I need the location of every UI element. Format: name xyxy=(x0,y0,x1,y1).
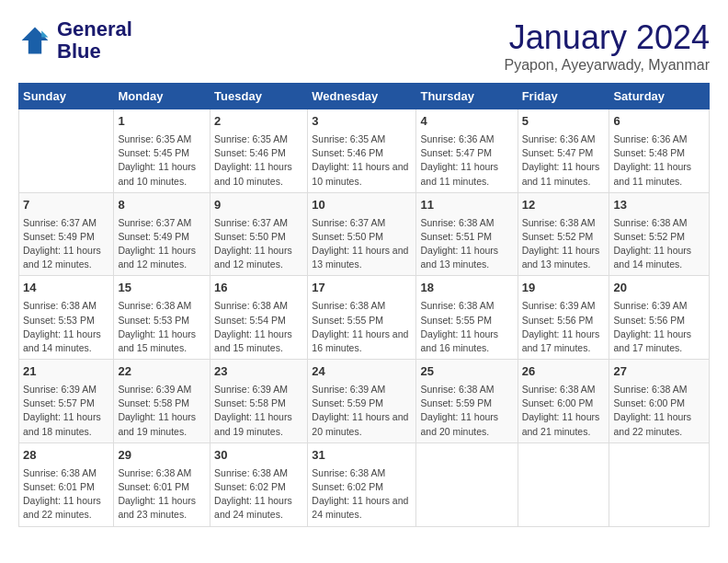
day-number: 2 xyxy=(214,113,303,131)
day-number: 28 xyxy=(23,447,109,465)
calendar-cell: 29Sunrise: 6:38 AMSunset: 6:01 PMDayligh… xyxy=(114,442,210,526)
calendar-cell: 9Sunrise: 6:37 AMSunset: 5:50 PMDaylight… xyxy=(210,192,308,276)
day-detail: Sunrise: 6:39 AMSunset: 5:56 PMDaylight:… xyxy=(522,299,606,355)
day-number: 29 xyxy=(118,447,206,465)
calendar-cell: 23Sunrise: 6:39 AMSunset: 5:58 PMDayligh… xyxy=(210,360,308,443)
calendar-cell: 31Sunrise: 6:38 AMSunset: 6:02 PMDayligh… xyxy=(308,442,416,526)
day-detail: Sunrise: 6:38 AMSunset: 5:52 PMDaylight:… xyxy=(613,216,705,272)
calendar-cell: 15Sunrise: 6:38 AMSunset: 5:53 PMDayligh… xyxy=(114,276,210,360)
calendar-cell xyxy=(19,109,114,193)
day-number: 24 xyxy=(312,363,412,381)
logo: General Blue xyxy=(18,18,132,63)
title-block: January 2024 Pyapon, Ayeyarwady, Myanmar xyxy=(504,18,710,74)
calendar-cell: 4Sunrise: 6:36 AMSunset: 5:47 PMDaylight… xyxy=(416,109,518,193)
week-row-5: 28Sunrise: 6:38 AMSunset: 6:01 PMDayligh… xyxy=(19,442,710,526)
calendar-cell: 11Sunrise: 6:38 AMSunset: 5:51 PMDayligh… xyxy=(416,192,518,276)
day-number: 14 xyxy=(23,280,109,297)
calendar-cell: 10Sunrise: 6:37 AMSunset: 5:50 PMDayligh… xyxy=(308,192,416,276)
day-number: 26 xyxy=(522,363,606,381)
day-header-saturday: Saturday xyxy=(609,84,710,109)
day-number: 20 xyxy=(613,280,705,297)
calendar-cell: 13Sunrise: 6:38 AMSunset: 5:52 PMDayligh… xyxy=(609,192,710,276)
day-header-wednesday: Wednesday xyxy=(308,84,416,109)
day-detail: Sunrise: 6:38 AMSunset: 5:52 PMDaylight:… xyxy=(522,216,606,272)
calendar-cell: 18Sunrise: 6:38 AMSunset: 5:55 PMDayligh… xyxy=(416,276,518,360)
day-detail: Sunrise: 6:37 AMSunset: 5:50 PMDaylight:… xyxy=(312,216,412,272)
main-title: January 2024 xyxy=(504,18,710,57)
day-header-friday: Friday xyxy=(518,84,609,109)
day-number: 18 xyxy=(420,280,513,297)
calendar-cell xyxy=(518,442,609,526)
day-number: 31 xyxy=(312,447,412,465)
day-detail: Sunrise: 6:38 AMSunset: 5:53 PMDaylight:… xyxy=(118,299,206,355)
svg-marker-1 xyxy=(41,30,48,37)
day-detail: Sunrise: 6:36 AMSunset: 5:47 PMDaylight:… xyxy=(420,132,513,189)
calendar-cell: 19Sunrise: 6:39 AMSunset: 5:56 PMDayligh… xyxy=(518,276,609,360)
day-detail: Sunrise: 6:39 AMSunset: 5:59 PMDaylight:… xyxy=(312,383,412,439)
day-number: 30 xyxy=(214,447,303,465)
calendar-cell: 7Sunrise: 6:37 AMSunset: 5:49 PMDaylight… xyxy=(19,192,114,276)
day-detail: Sunrise: 6:38 AMSunset: 6:01 PMDaylight:… xyxy=(118,466,206,523)
day-number: 10 xyxy=(312,197,412,214)
day-detail: Sunrise: 6:38 AMSunset: 5:59 PMDaylight:… xyxy=(420,383,513,439)
logo-icon xyxy=(18,24,51,57)
calendar-cell xyxy=(416,442,518,526)
calendar-cell: 8Sunrise: 6:37 AMSunset: 5:49 PMDaylight… xyxy=(114,192,210,276)
day-number: 19 xyxy=(522,280,606,297)
day-detail: Sunrise: 6:38 AMSunset: 6:01 PMDaylight:… xyxy=(23,466,109,523)
calendar-cell: 1Sunrise: 6:35 AMSunset: 5:45 PMDaylight… xyxy=(114,109,210,193)
calendar-cell: 2Sunrise: 6:35 AMSunset: 5:46 PMDaylight… xyxy=(210,109,308,193)
calendar-cell: 26Sunrise: 6:38 AMSunset: 6:00 PMDayligh… xyxy=(518,360,609,443)
day-header-monday: Monday xyxy=(114,84,210,109)
day-number: 7 xyxy=(23,197,109,214)
day-detail: Sunrise: 6:38 AMSunset: 6:02 PMDaylight:… xyxy=(312,466,412,523)
calendar-header-row: SundayMondayTuesdayWednesdayThursdayFrid… xyxy=(19,84,710,109)
day-detail: Sunrise: 6:38 AMSunset: 6:00 PMDaylight:… xyxy=(613,383,705,439)
day-number: 16 xyxy=(214,280,303,297)
calendar-cell: 25Sunrise: 6:38 AMSunset: 5:59 PMDayligh… xyxy=(416,360,518,443)
day-detail: Sunrise: 6:38 AMSunset: 5:54 PMDaylight:… xyxy=(214,299,303,355)
day-detail: Sunrise: 6:39 AMSunset: 5:58 PMDaylight:… xyxy=(214,383,303,439)
calendar-cell: 5Sunrise: 6:36 AMSunset: 5:47 PMDaylight… xyxy=(518,109,609,193)
calendar-table: SundayMondayTuesdayWednesdayThursdayFrid… xyxy=(18,83,710,527)
day-number: 6 xyxy=(613,113,705,131)
week-row-2: 7Sunrise: 6:37 AMSunset: 5:49 PMDaylight… xyxy=(19,192,710,276)
calendar-cell: 21Sunrise: 6:39 AMSunset: 5:57 PMDayligh… xyxy=(19,360,114,443)
week-row-4: 21Sunrise: 6:39 AMSunset: 5:57 PMDayligh… xyxy=(19,360,710,443)
page-header: General Blue January 2024 Pyapon, Ayeyar… xyxy=(18,18,710,74)
day-detail: Sunrise: 6:37 AMSunset: 5:50 PMDaylight:… xyxy=(214,216,303,272)
day-detail: Sunrise: 6:35 AMSunset: 5:45 PMDaylight:… xyxy=(118,132,206,189)
day-number: 1 xyxy=(118,113,206,131)
day-header-thursday: Thursday xyxy=(416,84,518,109)
day-number: 27 xyxy=(613,363,705,381)
day-detail: Sunrise: 6:38 AMSunset: 6:02 PMDaylight:… xyxy=(214,466,303,523)
day-detail: Sunrise: 6:39 AMSunset: 5:58 PMDaylight:… xyxy=(118,383,206,439)
day-number: 9 xyxy=(214,197,303,214)
day-detail: Sunrise: 6:36 AMSunset: 5:48 PMDaylight:… xyxy=(613,132,705,189)
day-detail: Sunrise: 6:37 AMSunset: 5:49 PMDaylight:… xyxy=(23,216,109,272)
day-detail: Sunrise: 6:37 AMSunset: 5:49 PMDaylight:… xyxy=(118,216,206,272)
svg-marker-0 xyxy=(22,28,49,54)
day-detail: Sunrise: 6:38 AMSunset: 5:53 PMDaylight:… xyxy=(23,299,109,355)
day-number: 15 xyxy=(118,280,206,297)
logo-text: General Blue xyxy=(57,18,132,63)
day-number: 11 xyxy=(420,197,513,214)
week-row-3: 14Sunrise: 6:38 AMSunset: 5:53 PMDayligh… xyxy=(19,276,710,360)
calendar-cell: 12Sunrise: 6:38 AMSunset: 5:52 PMDayligh… xyxy=(518,192,609,276)
day-detail: Sunrise: 6:39 AMSunset: 5:57 PMDaylight:… xyxy=(23,383,109,439)
day-detail: Sunrise: 6:35 AMSunset: 5:46 PMDaylight:… xyxy=(312,132,412,189)
day-number: 23 xyxy=(214,363,303,381)
day-number: 21 xyxy=(23,363,109,381)
day-detail: Sunrise: 6:39 AMSunset: 5:56 PMDaylight:… xyxy=(613,299,705,355)
calendar-cell: 14Sunrise: 6:38 AMSunset: 5:53 PMDayligh… xyxy=(19,276,114,360)
day-number: 12 xyxy=(522,197,606,214)
day-detail: Sunrise: 6:38 AMSunset: 6:00 PMDaylight:… xyxy=(522,383,606,439)
day-detail: Sunrise: 6:38 AMSunset: 5:55 PMDaylight:… xyxy=(312,299,412,355)
day-number: 17 xyxy=(312,280,412,297)
calendar-cell: 22Sunrise: 6:39 AMSunset: 5:58 PMDayligh… xyxy=(114,360,210,443)
day-number: 8 xyxy=(118,197,206,214)
day-number: 4 xyxy=(420,113,513,131)
week-row-1: 1Sunrise: 6:35 AMSunset: 5:45 PMDaylight… xyxy=(19,109,710,193)
calendar-cell: 27Sunrise: 6:38 AMSunset: 6:00 PMDayligh… xyxy=(609,360,710,443)
calendar-cell: 28Sunrise: 6:38 AMSunset: 6:01 PMDayligh… xyxy=(19,442,114,526)
